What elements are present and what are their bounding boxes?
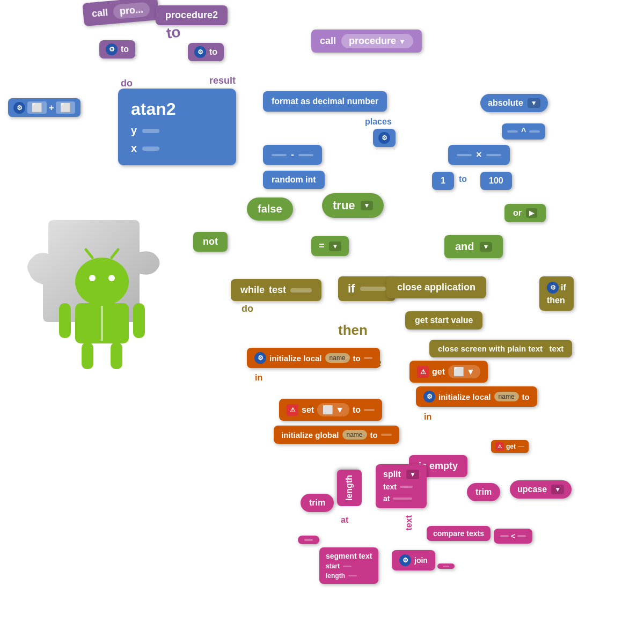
set-slot (364, 409, 375, 411)
true-block[interactable]: true ▼ (322, 193, 384, 218)
less-than-block[interactable]: < (494, 529, 532, 544)
or-arrow[interactable]: ▶ (526, 208, 537, 218)
name-pill-2: name (494, 392, 519, 401)
true-label: true (333, 199, 355, 213)
gear-icon-join: ⚙ (399, 554, 411, 566)
get-block[interactable]: ⚠ get ⬜ ▼ (409, 361, 488, 383)
false-label: false (258, 203, 282, 215)
get-val: ⬜ (453, 367, 464, 377)
init-local-label: initialize local (269, 354, 322, 363)
at-label-pink: at (341, 515, 348, 525)
split-arrow[interactable]: ▼ (406, 470, 419, 479)
close-screen-block: close screen with plain text text (429, 340, 572, 357)
trim-right-label: trim (475, 487, 492, 497)
equals-arrow[interactable]: ▼ (329, 241, 342, 251)
get-label: get (432, 367, 445, 377)
x-slot (142, 147, 159, 151)
and-block[interactable]: and ▼ (444, 235, 503, 258)
call-procedure-block: call pro... (82, 0, 159, 26)
then-label: then (338, 322, 368, 339)
init-local-block-1: ⚙ initialize local name to (247, 348, 380, 368)
absolute-arrow[interactable]: ▼ (528, 98, 540, 108)
to-set-label: to (353, 405, 361, 415)
or-block[interactable]: or ▶ (504, 204, 546, 222)
format-label: format as decimal number (272, 97, 378, 106)
svg-rect-6 (59, 303, 71, 338)
segment-text-label: segment text (326, 552, 372, 560)
join-label: join (414, 556, 428, 565)
gear-icon-if: ⚙ (547, 282, 559, 294)
get-start-value-block: get start value (405, 311, 482, 330)
get-dropdown[interactable]: ⬜ ▼ (448, 365, 480, 378)
do-label: do (121, 78, 133, 89)
svg-point-2 (108, 275, 115, 281)
power-block: ^ (502, 123, 545, 140)
init-global-label: initialize global (281, 430, 339, 440)
small-pink-2 (437, 564, 455, 569)
length-label: length (345, 475, 354, 501)
not-block: not (193, 232, 228, 252)
random-int-block: random int (263, 171, 325, 189)
and-arrow[interactable]: ▼ (480, 242, 493, 252)
minus-symbol: - (291, 149, 294, 160)
svg-rect-7 (133, 303, 145, 338)
equals-label: = (319, 240, 325, 252)
init-local-label-2: initialize local (438, 392, 491, 401)
warning-icon-set: ⚠ (287, 404, 298, 416)
gear-icon-1: ⚙ (106, 43, 118, 55)
upcase-arrow[interactable]: ▼ (551, 485, 564, 494)
warning-icon-get: ⚠ (417, 366, 429, 378)
puzzle-logo (27, 209, 209, 402)
compare-texts-label: compare texts (433, 529, 484, 538)
small-pink-1-slot (304, 539, 313, 541)
segment-text-block: segment text start length (319, 547, 378, 584)
or-label: or (513, 208, 522, 218)
while-label: while (240, 284, 265, 296)
to-keyword: to (165, 23, 182, 42)
join-block: ⚙ join (392, 550, 435, 570)
to-label-1: to (121, 45, 129, 54)
call-procedure-dropdown[interactable]: call procedure ▼ (311, 30, 422, 53)
absolute-block[interactable]: absolute ▼ (480, 94, 548, 112)
set-dropdown[interactable]: ⬜ ▼ (317, 403, 349, 416)
multiply-block: × (448, 145, 510, 165)
svg-rect-9 (111, 342, 122, 369)
to-procedure2-label: procedure2 (165, 10, 218, 21)
small-pink-1 (298, 536, 319, 544)
small-get-label: get (506, 443, 516, 450)
to-label-init: to (353, 354, 361, 363)
split-text-label: text (383, 482, 397, 491)
power-right (529, 130, 540, 133)
split-label: split (383, 470, 401, 479)
places-label: places (365, 117, 392, 127)
plus-block: ⚙ ⬜ + ⬜ (8, 98, 80, 117)
atan2-block: atan2 y x (118, 89, 236, 165)
close-app-block: close application (386, 276, 486, 298)
if-then-right-block: ⚙ if then (539, 276, 574, 311)
segment-start-label: start (326, 562, 340, 570)
gear-to-block: ⚙ to (99, 40, 135, 58)
split-block: split ▼ text at (376, 464, 427, 508)
svg-point-0 (75, 258, 129, 306)
call-label: call (91, 6, 114, 19)
if-slot (360, 287, 386, 291)
close-app-label: close application (397, 282, 475, 293)
upcase-block[interactable]: upcase ▼ (510, 480, 572, 499)
global-slot (381, 434, 392, 436)
gear-to-block-2: ⚙ to (188, 43, 224, 61)
name-pill-1: name (325, 353, 350, 363)
small-get-slot (518, 446, 524, 447)
to-init2-label: to (522, 392, 530, 401)
in-label-1: in (255, 373, 262, 383)
set-arrow: ▼ (335, 405, 344, 415)
true-arrow[interactable]: ▼ (361, 201, 374, 210)
equals-block[interactable]: = ▼ (311, 236, 349, 256)
y-slot (142, 129, 159, 133)
compare-texts-block: compare texts (427, 526, 491, 541)
set-block[interactable]: ⚠ set ⬜ ▼ to (279, 399, 382, 421)
absolute-label: absolute (488, 98, 523, 108)
lt-left (500, 535, 509, 537)
connector-right: ⬜ (56, 101, 75, 114)
gear-icon-init: ⚙ (254, 352, 266, 364)
to-label-2: to (209, 47, 217, 57)
